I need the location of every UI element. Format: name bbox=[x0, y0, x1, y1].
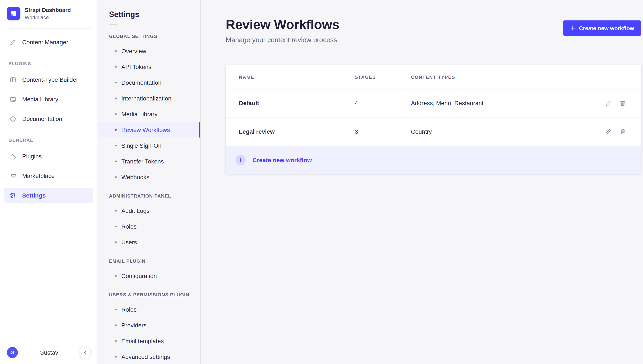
row-actions bbox=[572, 98, 628, 108]
subnav-item-label: Webhooks bbox=[121, 174, 150, 180]
sidebar-item-marketplace[interactable]: Marketplace bbox=[4, 168, 93, 184]
sidebar-item-settings[interactable]: ⚙ Settings bbox=[4, 188, 93, 203]
subnav-item-api-tokens[interactable]: API Tokens bbox=[98, 59, 200, 74]
subnav-item-users[interactable]: Users bbox=[98, 234, 200, 250]
subnav-item-roles[interactable]: Roles bbox=[98, 218, 200, 234]
subnav-item-label: Configuration bbox=[121, 272, 157, 279]
sidebar-item-content-type-builder[interactable]: Content-Type Builder bbox=[4, 72, 93, 88]
subnav-item-label: Audit Logs bbox=[121, 207, 150, 214]
subnav-item-label: Transfer Tokens bbox=[121, 158, 164, 164]
subnav-item-media-library[interactable]: Media Library bbox=[98, 106, 200, 122]
sidebar-item-content-manager[interactable]: Content Manager bbox=[4, 35, 93, 50]
subnav-section-users-permissions-plugin: USERS & PERMISSIONS PLUGIN Roles Provide… bbox=[98, 292, 200, 364]
plus-circle-icon bbox=[236, 155, 246, 165]
workflow-name: Default bbox=[239, 100, 355, 106]
pencil-icon bbox=[605, 100, 611, 106]
subnav-item-providers[interactable]: Providers bbox=[98, 317, 200, 333]
subnav-item-label: Internationalization bbox=[121, 95, 172, 102]
subnav-item-label: Review Workflows bbox=[121, 126, 170, 133]
cart-icon bbox=[8, 172, 17, 180]
page-header-text: Review Workflows Manage your content rev… bbox=[226, 17, 340, 44]
trash-icon bbox=[619, 128, 626, 135]
app-root: Strapi Dashboard Workplace Content Manag… bbox=[0, 0, 643, 364]
subnav-item-label: Advanced settings bbox=[121, 353, 170, 360]
workspace-switcher[interactable]: Strapi Dashboard Workplace bbox=[0, 0, 98, 28]
subnav-section-email-plugin: EMAIL PLUGIN Configuration bbox=[98, 258, 200, 284]
create-workflow-row[interactable]: Create new workflow bbox=[226, 146, 641, 174]
sidebar-item-label: Content Manager bbox=[22, 39, 68, 46]
bullet-icon bbox=[115, 308, 117, 310]
info-icon bbox=[8, 115, 17, 123]
sidebar-item-media-library[interactable]: Media Library bbox=[4, 92, 93, 107]
bullet-icon bbox=[115, 176, 117, 178]
bullet-icon bbox=[115, 82, 117, 83]
sidebar-item-label: Plugins bbox=[22, 153, 42, 160]
edit-workflow-button[interactable] bbox=[603, 98, 613, 108]
bullet-icon bbox=[115, 160, 117, 162]
subnav-item-review-workflows[interactable]: Review Workflows bbox=[98, 122, 200, 138]
subnav-item-single-sign-on[interactable]: Single Sign-On bbox=[98, 138, 200, 153]
plus-icon bbox=[570, 26, 575, 31]
sidebar-item-label: Marketplace bbox=[22, 173, 55, 180]
subnav-item-overview[interactable]: Overview bbox=[98, 43, 200, 59]
user-name: Gustav bbox=[18, 349, 80, 356]
workflow-name: Legal review bbox=[239, 128, 355, 135]
sidebar-item-label: Media Library bbox=[22, 96, 58, 103]
main-content: Review Workflows Manage your content rev… bbox=[200, 0, 643, 364]
bullet-icon bbox=[115, 210, 117, 212]
image-icon bbox=[8, 95, 17, 104]
sidebar-item-plugins[interactable]: Plugins bbox=[4, 149, 93, 164]
layout-icon bbox=[8, 76, 17, 84]
subnav-item-internationalization[interactable]: Internationalization bbox=[98, 90, 200, 106]
subnav-item-up-roles[interactable]: Roles bbox=[98, 302, 200, 317]
subnav-item-configuration[interactable]: Configuration bbox=[98, 268, 200, 284]
strapi-logo-icon bbox=[7, 7, 20, 20]
chevron-left-icon bbox=[82, 350, 88, 355]
subnav-section-label: USERS & PERMISSIONS PLUGIN bbox=[98, 292, 200, 302]
subnav-item-label: Email templates bbox=[121, 338, 164, 344]
column-header-name: NAME bbox=[239, 74, 355, 80]
pencil-icon bbox=[8, 38, 17, 46]
table-row-default[interactable]: Default 4 Address, Menu, Restaurant bbox=[226, 89, 641, 118]
main-sidebar: Strapi Dashboard Workplace Content Manag… bbox=[0, 0, 98, 364]
workflow-content-types: Address, Menu, Restaurant bbox=[411, 100, 572, 106]
bullet-icon bbox=[115, 356, 117, 358]
settings-subnav: Settings GLOBAL SETTINGS Overview API To… bbox=[98, 0, 200, 364]
delete-workflow-button[interactable] bbox=[618, 98, 628, 108]
workflow-content-types: Country bbox=[411, 128, 572, 135]
create-workflow-button-label: Create new workflow bbox=[579, 25, 634, 31]
workspace-subtitle: Workplace bbox=[25, 15, 71, 21]
bullet-icon bbox=[115, 226, 117, 227]
edit-workflow-button[interactable] bbox=[603, 126, 613, 137]
create-workflow-button[interactable]: Create new workflow bbox=[563, 20, 641, 36]
pencil-icon bbox=[605, 128, 611, 135]
bullet-icon bbox=[115, 113, 117, 115]
subnav-item-audit-logs[interactable]: Audit Logs bbox=[98, 203, 200, 218]
subnav-item-documentation[interactable]: Documentation bbox=[98, 74, 200, 90]
sidebar-item-documentation[interactable]: Documentation bbox=[4, 111, 93, 127]
table-row-legal-review[interactable]: Legal review 3 Country bbox=[226, 118, 641, 146]
bullet-icon bbox=[115, 241, 117, 243]
workflows-table: NAME STAGES CONTENT TYPES Default 4 Addr… bbox=[226, 65, 641, 174]
subnav-item-advanced-settings[interactable]: Advanced settings bbox=[98, 349, 200, 364]
delete-workflow-button[interactable] bbox=[618, 126, 628, 137]
bullet-icon bbox=[115, 97, 117, 99]
bullet-icon bbox=[115, 324, 117, 326]
subnav-item-label: Users bbox=[121, 238, 137, 246]
subnav-item-webhooks[interactable]: Webhooks bbox=[98, 169, 200, 185]
subnav-title: Settings bbox=[98, 0, 200, 19]
subnav-section-administration-panel: ADMINISTRATION PANEL Audit Logs Roles Us… bbox=[98, 193, 200, 250]
workspace-name: Strapi Dashboard bbox=[25, 7, 71, 14]
subnav-item-label: API Tokens bbox=[121, 63, 152, 70]
subnav-item-email-templates[interactable]: Email templates bbox=[98, 333, 200, 349]
user-avatar[interactable]: G bbox=[7, 347, 18, 358]
sidebar-item-label: Settings bbox=[22, 192, 46, 199]
page-title: Review Workflows bbox=[226, 17, 340, 32]
subnav-item-label: Overview bbox=[121, 48, 146, 54]
trash-icon bbox=[619, 100, 626, 106]
subnav-rule bbox=[109, 24, 117, 25]
collapse-sidebar-button[interactable] bbox=[80, 347, 91, 358]
subnav-item-transfer-tokens[interactable]: Transfer Tokens bbox=[98, 153, 200, 169]
workspace-text: Strapi Dashboard Workplace bbox=[25, 7, 71, 21]
subnav-section-label: ADMINISTRATION PANEL bbox=[98, 193, 200, 203]
